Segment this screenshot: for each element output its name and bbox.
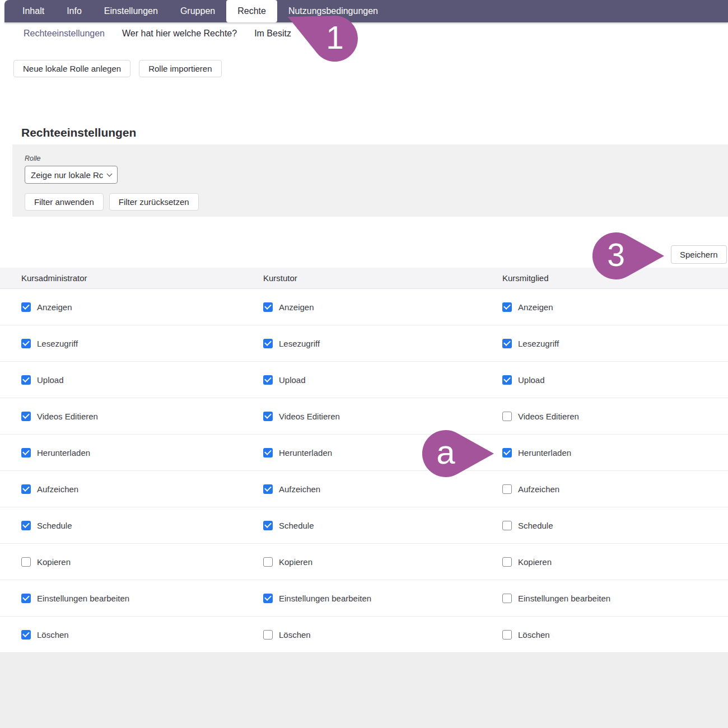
cell-kurstutor-upload: Upload: [263, 375, 502, 385]
save-button[interactable]: Speichern: [671, 245, 727, 264]
tab-rechte[interactable]: Rechte: [226, 0, 277, 22]
reset-filter-button[interactable]: Filter zurücksetzen: [109, 193, 199, 211]
cell-kursadministrator-einstellungen-bearbeiten: Einstellungen bearbeiten: [21, 594, 263, 603]
checkbox-kursadministrator-videos-editieren[interactable]: [21, 412, 31, 421]
role-select[interactable]: Zeige nur lokale Rc: [25, 166, 118, 184]
checkbox-label: Einstellungen bearbeiten: [279, 594, 371, 603]
checkbox-label: Lesezugriff: [279, 339, 320, 348]
checkbox-kursmitglied-l-schen[interactable]: [502, 630, 512, 640]
checkbox-kursmitglied-lesezugriff[interactable]: [502, 339, 512, 348]
checkbox-kurstutor-upload[interactable]: [263, 375, 273, 385]
table-row-videos-editieren: Videos EditierenVideos EditierenVideos E…: [0, 398, 728, 435]
checkbox-kursmitglied-einstellungen-bearbeiten[interactable]: [502, 594, 512, 603]
checkbox-kursadministrator-kopieren[interactable]: [21, 557, 31, 567]
cell-kursmitglied-kopieren: Kopieren: [502, 557, 728, 567]
checkbox-kurstutor-kopieren[interactable]: [263, 557, 273, 567]
cell-kurstutor-anzeigen: Anzeigen: [263, 302, 502, 312]
cell-kursadministrator-videos-editieren: Videos Editieren: [21, 412, 263, 421]
checkbox-kursadministrator-herunterladen[interactable]: [21, 448, 31, 458]
checkbox-label: Schedule: [279, 521, 314, 530]
checkbox-kursadministrator-l-schen[interactable]: [21, 630, 31, 640]
cell-kursadministrator-lesezugriff: Lesezugriff: [21, 339, 263, 348]
cell-kurstutor-l-schen: Löschen: [263, 630, 502, 640]
sub-nav: RechteeinstellungenWer hat hier welche R…: [24, 29, 291, 39]
checkbox-kurstutor-herunterladen[interactable]: [263, 448, 273, 458]
checkbox-kurstutor-schedule[interactable]: [263, 521, 273, 530]
checkbox-label: Einstellungen bearbeiten: [518, 594, 610, 603]
cell-kursadministrator-anzeigen: Anzeigen: [21, 302, 263, 312]
checkbox-label: Anzeigen: [279, 302, 314, 312]
checkbox-kursmitglied-aufzeichen[interactable]: [502, 484, 512, 494]
table-row-einstellungen-bearbeiten: Einstellungen bearbeitenEinstellungen be…: [0, 580, 728, 617]
checkbox-label: Anzeigen: [518, 302, 553, 312]
checkbox-kursmitglied-videos-editieren[interactable]: [502, 412, 512, 421]
checkbox-kursadministrator-lesezugriff[interactable]: [21, 339, 31, 348]
tab-einstellungen[interactable]: Einstellungen: [93, 0, 169, 22]
permissions-table: AnzeigenAnzeigenAnzeigenLesezugriffLesez…: [0, 289, 728, 653]
checkbox-kursadministrator-schedule[interactable]: [21, 521, 31, 530]
checkbox-label: Videos Editieren: [37, 412, 98, 421]
top-nav: InhaltInfoEinstellungenGruppenRechteNutz…: [4, 0, 728, 22]
callout-a-checkbox: a: [422, 430, 494, 477]
callout-3-label: 3: [592, 236, 640, 273]
callout-3-save: 3: [592, 232, 664, 279]
table-row-anzeigen: AnzeigenAnzeigenAnzeigen: [0, 289, 728, 325]
checkbox-kursmitglied-upload[interactable]: [502, 375, 512, 385]
checkbox-kurstutor-einstellungen-bearbeiten[interactable]: [263, 594, 273, 603]
cell-kursadministrator-schedule: Schedule: [21, 521, 263, 530]
cell-kursmitglied-videos-editieren: Videos Editieren: [502, 412, 728, 421]
tab-gruppen[interactable]: Gruppen: [169, 0, 226, 22]
checkbox-kurstutor-aufzeichen[interactable]: [263, 484, 273, 494]
checkbox-kursadministrator-einstellungen-bearbeiten[interactable]: [21, 594, 31, 603]
import-role-button[interactable]: Rolle importieren: [139, 60, 221, 77]
checkbox-label: Upload: [37, 375, 64, 385]
checkbox-kursmitglied-schedule[interactable]: [502, 521, 512, 530]
table-row-upload: UploadUploadUpload: [0, 362, 728, 398]
chevron-down-icon: [107, 171, 113, 176]
table-row-aufzeichen: AufzeichenAufzeichenAufzeichen: [0, 471, 728, 507]
table-row-l-schen: LöschenLöschenLöschen: [0, 617, 728, 653]
checkbox-kursmitglied-anzeigen[interactable]: [502, 302, 512, 312]
cell-kursmitglied-einstellungen-bearbeiten: Einstellungen bearbeiten: [502, 594, 728, 603]
subnav-item-rechteeinstellungen[interactable]: Rechteeinstellungen: [24, 29, 105, 39]
subnav-item-im-besitz[interactable]: Im Besitz: [254, 29, 291, 39]
checkbox-label: Herunterladen: [279, 448, 332, 458]
checkbox-kursmitglied-herunterladen[interactable]: [502, 448, 512, 458]
checkbox-kursadministrator-aufzeichen[interactable]: [21, 484, 31, 494]
cell-kursadministrator-aufzeichen: Aufzeichen: [21, 484, 263, 494]
footer-area: [0, 653, 728, 728]
cell-kursmitglied-aufzeichen: Aufzeichen: [502, 484, 728, 494]
cell-kursmitglied-schedule: Schedule: [502, 521, 728, 530]
subnav-item-wer-hat-hier-welche-rechte[interactable]: Wer hat hier welche Rechte?: [122, 29, 237, 39]
checkbox-kursadministrator-anzeigen[interactable]: [21, 302, 31, 312]
tab-info[interactable]: Info: [55, 0, 93, 22]
checkbox-label: Schedule: [37, 521, 72, 530]
cell-kursmitglied-anzeigen: Anzeigen: [502, 302, 728, 312]
cell-kursadministrator-herunterladen: Herunterladen: [21, 448, 263, 458]
checkbox-label: Aufzeichen: [37, 484, 78, 494]
checkbox-kurstutor-anzeigen[interactable]: [263, 302, 273, 312]
checkbox-label: Herunterladen: [518, 448, 571, 458]
table-row-herunterladen: HerunterladenHerunterladenHerunterladen: [0, 435, 728, 471]
cell-kursmitglied-upload: Upload: [502, 375, 728, 385]
table-row-kopieren: KopierenKopierenKopieren: [0, 544, 728, 580]
checkbox-label: Kopieren: [279, 557, 312, 567]
cell-kursmitglied-herunterladen: Herunterladen: [502, 448, 728, 458]
cell-kurstutor-kopieren: Kopieren: [263, 557, 502, 567]
checkbox-kursadministrator-upload[interactable]: [21, 375, 31, 385]
checkbox-label: Upload: [518, 375, 545, 385]
checkbox-label: Lesezugriff: [37, 339, 78, 348]
cell-kursadministrator-l-schen: Löschen: [21, 630, 263, 640]
cell-kursadministrator-kopieren: Kopieren: [21, 557, 263, 567]
checkbox-kurstutor-videos-editieren[interactable]: [263, 412, 273, 421]
checkbox-kurstutor-l-schen[interactable]: [263, 630, 273, 640]
apply-filter-button[interactable]: Filter anwenden: [25, 193, 104, 211]
checkbox-kurstutor-lesezugriff[interactable]: [263, 339, 273, 348]
cell-kurstutor-aufzeichen: Aufzeichen: [263, 484, 502, 494]
checkbox-label: Aufzeichen: [518, 484, 559, 494]
filter-panel: Rolle Zeige nur lokale Rc Filter anwende…: [12, 144, 728, 217]
new-local-role-button[interactable]: Neue lokale Rolle anlegen: [13, 60, 130, 77]
tab-inhalt[interactable]: Inhalt: [11, 0, 55, 22]
checkbox-label: Kopieren: [518, 557, 552, 567]
checkbox-kursmitglied-kopieren[interactable]: [502, 557, 512, 567]
